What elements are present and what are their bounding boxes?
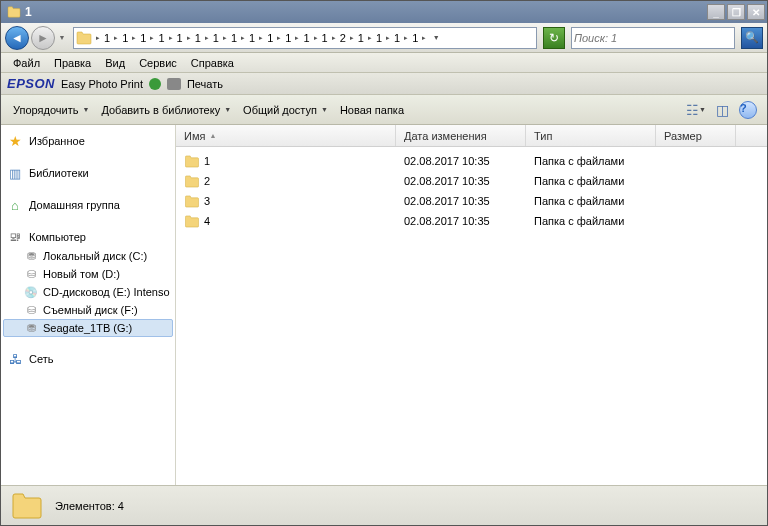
minimize-button[interactable]: _	[707, 4, 725, 20]
history-dropdown[interactable]: ▼	[57, 26, 67, 50]
menu-file[interactable]: Файл	[7, 55, 46, 71]
breadcrumb-separator[interactable]: ▸	[257, 34, 265, 42]
sidebar-favorites[interactable]: ★ Избранное	[3, 131, 173, 151]
breadcrumb-separator[interactable]: ▸	[221, 34, 229, 42]
breadcrumb-separator[interactable]: ▸	[293, 34, 301, 42]
folder-icon	[184, 215, 200, 228]
breadcrumb-separator[interactable]: ▸	[384, 34, 392, 42]
file-row[interactable]: 4 02.08.2017 10:35 Папка с файлами	[176, 211, 767, 231]
refresh-button[interactable]: ↻	[543, 27, 565, 49]
breadcrumb-separator[interactable]: ▸	[130, 34, 138, 42]
drive-item[interactable]: ⛃Локальный диск (C:)	[3, 247, 173, 265]
column-type[interactable]: Тип	[526, 125, 656, 146]
drive-item[interactable]: 💿CD-дисковод (E:) Intenso	[3, 283, 173, 301]
menu-view[interactable]: Вид	[99, 55, 131, 71]
breadcrumb-segment[interactable]: 1	[410, 32, 420, 44]
sidebar-computer[interactable]: 🖳 Компьютер	[3, 227, 173, 247]
breadcrumb-separator[interactable]: ▸	[94, 34, 102, 42]
breadcrumb-separator[interactable]: ▸	[203, 34, 211, 42]
breadcrumb-separator[interactable]: ▸	[402, 34, 410, 42]
breadcrumb-segment[interactable]: 1	[247, 32, 257, 44]
menu-edit[interactable]: Правка	[48, 55, 97, 71]
maximize-button[interactable]: ❐	[727, 4, 745, 20]
breadcrumb-separator[interactable]: ▸	[112, 34, 120, 42]
breadcrumb-segment[interactable]: 1	[175, 32, 185, 44]
view-options-button[interactable]: ☷ ▼	[685, 99, 707, 121]
breadcrumb-segment[interactable]: 1	[392, 32, 402, 44]
help-button[interactable]: ?	[737, 99, 759, 121]
search-button[interactable]: 🔍	[741, 27, 763, 49]
epson-status-icon[interactable]	[149, 78, 161, 90]
file-name: 4	[204, 215, 210, 227]
breadcrumb-separator[interactable]: ▸	[239, 34, 247, 42]
preview-pane-button[interactable]: ◫	[711, 99, 733, 121]
breadcrumb-segment[interactable]: 1	[211, 32, 221, 44]
drive-label: Seagate_1TB (G:)	[43, 322, 132, 334]
file-date: 02.08.2017 10:35	[396, 155, 526, 167]
breadcrumb-segment[interactable]: 2	[338, 32, 348, 44]
column-date-label: Дата изменения	[404, 130, 487, 142]
folder-icon	[184, 175, 200, 188]
add-to-library-button[interactable]: Добавить в библиотеку▼	[97, 101, 235, 119]
menu-tools[interactable]: Сервис	[133, 55, 183, 71]
column-name[interactable]: Имя ▲	[176, 125, 396, 146]
drive-item[interactable]: ⛁Новый том (D:)	[3, 265, 173, 283]
breadcrumb-separator[interactable]: ▸	[167, 34, 175, 42]
breadcrumb-segment[interactable]: 1	[265, 32, 275, 44]
organize-button[interactable]: Упорядочить▼	[9, 101, 93, 119]
breadcrumb-separator[interactable]: ▸	[420, 34, 428, 42]
forward-button[interactable]: ►	[31, 26, 55, 50]
file-row[interactable]: 2 02.08.2017 10:35 Папка с файлами	[176, 171, 767, 191]
breadcrumb-segment[interactable]: 1	[283, 32, 293, 44]
back-button[interactable]: ◄	[5, 26, 29, 50]
breadcrumb-segment[interactable]: 1	[156, 32, 166, 44]
breadcrumb-segment[interactable]: 1	[356, 32, 366, 44]
column-size[interactable]: Размер	[656, 125, 736, 146]
navbar: ◄ ► ▼ ▸1▸1▸1▸1▸1▸1▸1▸1▸1▸1▸1▸1▸1▸2▸1▸1▸1…	[1, 23, 767, 53]
breadcrumb-separator[interactable]: ▸	[348, 34, 356, 42]
breadcrumb-segment[interactable]: 1	[374, 32, 384, 44]
printer-icon[interactable]	[167, 78, 181, 90]
menubar: Файл Правка Вид Сервис Справка	[1, 53, 767, 73]
file-row[interactable]: 3 02.08.2017 10:35 Папка с файлами	[176, 191, 767, 211]
breadcrumb-segment[interactable]: 1	[320, 32, 330, 44]
breadcrumb-separator[interactable]: ▸	[275, 34, 283, 42]
computer-icon: 🖳	[7, 230, 23, 244]
breadcrumb-segment[interactable]: 1	[138, 32, 148, 44]
drive-item[interactable]: ⛃Seagate_1TB (G:)	[3, 319, 173, 337]
address-dropdown[interactable]: ▼	[428, 34, 444, 41]
titlebar: 1 _ ❐ ✕	[1, 1, 767, 23]
sidebar-libraries[interactable]: ▥ Библиотеки	[3, 163, 173, 183]
file-row[interactable]: 1 02.08.2017 10:35 Папка с файлами	[176, 151, 767, 171]
breadcrumb-segment[interactable]: 1	[102, 32, 112, 44]
address-bar[interactable]: ▸1▸1▸1▸1▸1▸1▸1▸1▸1▸1▸1▸1▸1▸2▸1▸1▸1▸1▸ ▼	[73, 27, 537, 49]
epson-print-label[interactable]: Печать	[187, 78, 223, 90]
file-type: Папка с файлами	[526, 215, 656, 227]
menu-help[interactable]: Справка	[185, 55, 240, 71]
breadcrumb-segment[interactable]: 1	[120, 32, 130, 44]
drive-icon: ⛃	[23, 249, 39, 263]
navigation-pane: ★ Избранное ▥ Библиотеки ⌂ Домашняя груп…	[1, 125, 176, 485]
column-date[interactable]: Дата изменения	[396, 125, 526, 146]
new-folder-button[interactable]: Новая папка	[336, 101, 408, 119]
breadcrumb-separator[interactable]: ▸	[148, 34, 156, 42]
breadcrumb-segment[interactable]: 1	[301, 32, 311, 44]
drive-item[interactable]: ⛁Съемный диск (F:)	[3, 301, 173, 319]
search-input[interactable]	[574, 32, 732, 44]
command-toolbar: Упорядочить▼ Добавить в библиотеку▼ Общи…	[1, 95, 767, 125]
breadcrumb-separator[interactable]: ▸	[312, 34, 320, 42]
sidebar-homegroup[interactable]: ⌂ Домашняя группа	[3, 195, 173, 215]
breadcrumb-separator[interactable]: ▸	[330, 34, 338, 42]
homegroup-label: Домашняя группа	[29, 199, 120, 211]
breadcrumb-separator[interactable]: ▸	[366, 34, 374, 42]
close-button[interactable]: ✕	[747, 4, 765, 20]
breadcrumb-segment[interactable]: 1	[229, 32, 239, 44]
breadcrumb-segment[interactable]: 1	[193, 32, 203, 44]
star-icon: ★	[7, 134, 23, 148]
share-button[interactable]: Общий доступ▼	[239, 101, 332, 119]
epson-logo: EPSON	[7, 76, 55, 91]
sidebar-network[interactable]: 🖧 Сеть	[3, 349, 173, 369]
breadcrumb-separator[interactable]: ▸	[185, 34, 193, 42]
folder-icon	[11, 492, 43, 520]
search-box[interactable]	[571, 27, 735, 49]
